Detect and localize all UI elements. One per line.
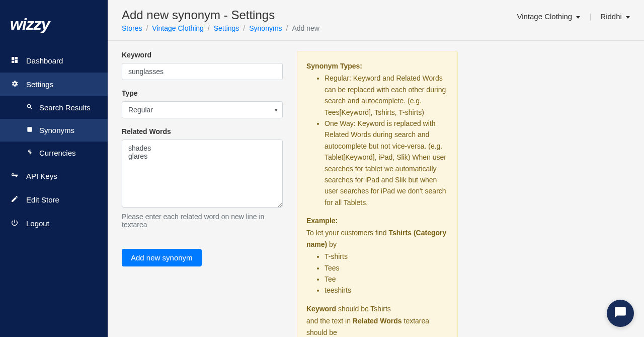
type-select[interactable]: Regular: [122, 101, 283, 118]
related-words-textarea[interactable]: shades glares: [122, 140, 283, 208]
sidebar-item-label: Edit Store: [26, 195, 59, 204]
related-words-label: Related Words: [122, 127, 283, 136]
header-divider: |: [589, 12, 591, 21]
breadcrumb-settings[interactable]: Settings: [214, 24, 239, 32]
page-title: Add new synonym - Settings: [122, 8, 319, 22]
sidebar-item-edit-store[interactable]: Edit Store: [0, 188, 108, 212]
sidebar-subitem-label: Search Results: [39, 103, 91, 112]
power-icon: [10, 219, 19, 228]
help-example-title: Example:: [306, 217, 338, 225]
edit-icon: [10, 195, 19, 205]
help-type-oneway: One Way: Keyword is replaced with Relate…: [325, 118, 448, 208]
store-dropdown[interactable]: Vintage Clothing: [517, 12, 580, 21]
related-words-help: Please enter each related word on new li…: [122, 213, 283, 229]
main-content: Add new synonym - Settings Stores / Vint…: [108, 0, 644, 337]
dollar-icon: [25, 149, 34, 157]
help-example-item: Tee: [325, 274, 448, 285]
sidebar-item-logout[interactable]: Logout: [0, 212, 108, 235]
breadcrumb-sep: /: [243, 24, 245, 32]
dashboard-icon: [10, 56, 19, 65]
breadcrumb-store[interactable]: Vintage Clothing: [152, 24, 203, 32]
breadcrumb-synonyms[interactable]: Synonyms: [249, 24, 282, 32]
sidebar-item-dashboard[interactable]: Dashboard: [0, 49, 108, 73]
logo[interactable]: wizzy: [0, 10, 108, 49]
synonym-form: Keyword Type Regular Related Words shade…: [122, 51, 283, 337]
sidebar-subitem-label: Currencies: [39, 149, 76, 157]
logo-text: wizzy: [10, 15, 50, 34]
chat-button[interactable]: [607, 300, 634, 327]
sidebar-subitem-search-results[interactable]: Search Results: [0, 96, 108, 119]
sidebar-item-label: API Keys: [26, 172, 57, 180]
add-synonym-button[interactable]: Add new synonym: [122, 249, 202, 266]
sidebar-item-label: Logout: [26, 219, 49, 228]
chat-icon: [614, 306, 627, 321]
svg-rect-0: [27, 127, 32, 131]
keyword-label: Keyword: [122, 51, 283, 59]
help-example-item: Tees: [325, 262, 448, 274]
sidebar-item-api-keys[interactable]: API Keys: [0, 164, 108, 188]
search-icon: [25, 103, 34, 112]
breadcrumb-sep: /: [146, 24, 148, 32]
list-icon: [25, 126, 34, 134]
gear-icon: [10, 80, 19, 89]
help-types-title: Synonym Types:: [306, 62, 362, 70]
chevron-down-icon: [576, 16, 580, 19]
help-example-item: T-shirts: [325, 251, 448, 262]
sidebar-item-label: Settings: [26, 80, 53, 89]
help-keyword-line: Keyword should be Tshirts: [306, 303, 448, 314]
type-label: Type: [122, 89, 283, 97]
sidebar: wizzy Dashboard Settings Search Results: [0, 0, 108, 337]
header: Add new synonym - Settings Stores / Vint…: [108, 0, 644, 41]
breadcrumb-stores[interactable]: Stores: [122, 24, 142, 32]
breadcrumb-current: Add new: [292, 24, 319, 32]
sidebar-item-settings[interactable]: Settings: [0, 73, 108, 96]
sidebar-subitem-label: Synonyms: [39, 126, 74, 134]
sidebar-item-label: Dashboard: [26, 56, 63, 65]
breadcrumb: Stores / Vintage Clothing / Settings / S…: [122, 24, 319, 32]
user-dropdown[interactable]: Riddhi: [600, 12, 630, 21]
help-textarea-line: and the text in Related Words textarea s…: [306, 315, 448, 337]
keyword-input[interactable]: [122, 63, 283, 80]
key-icon: [10, 171, 19, 181]
breadcrumb-sep: /: [208, 24, 210, 32]
help-panel: Synonym Types: Regular: Keyword and Rela…: [297, 51, 458, 337]
chevron-down-icon: [626, 16, 630, 19]
help-example-intro: To let your customers find Tshirts (Cate…: [306, 227, 448, 250]
help-type-regular: Regular: Keyword and Related Words can b…: [325, 73, 448, 118]
help-example-item: teeshirts: [325, 285, 448, 296]
sidebar-subitem-synonyms[interactable]: Synonyms: [0, 119, 108, 142]
sidebar-subitem-currencies[interactable]: Currencies: [0, 142, 108, 164]
breadcrumb-sep: /: [286, 24, 288, 32]
